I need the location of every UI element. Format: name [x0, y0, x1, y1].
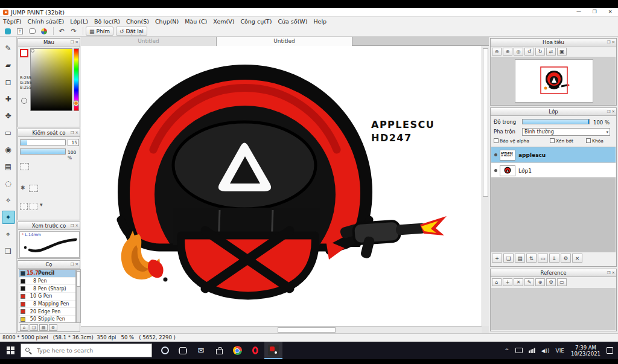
hue-indicator[interactable] [74, 101, 78, 106]
tool-fill[interactable]: ◉ [2, 143, 15, 156]
blend-mode-dropdown[interactable]: Bình thường ▾ [522, 128, 610, 136]
new-document-button[interactable] [2, 27, 13, 36]
tool-shape[interactable]: ▭ [2, 126, 15, 139]
tray-expand-button[interactable]: ^ [502, 342, 512, 359]
menu-edit[interactable]: Chỉnh sửa(E) [25, 17, 68, 26]
duplicate-layer-button[interactable]: ❏ [503, 254, 514, 263]
close-panel-icon[interactable]: ✕ [612, 39, 615, 46]
tool-eraser[interactable]: ▰ [2, 59, 15, 72]
tool-eyedropper[interactable]: ⌖ [2, 228, 15, 241]
brush-settings-button[interactable]: ⚙ [49, 324, 57, 331]
close-panel-icon[interactable]: ✕ [612, 269, 615, 277]
navigator-view[interactable] [491, 57, 616, 105]
menu-window[interactable]: Cửa sổ(W) [275, 17, 310, 26]
menu-layer[interactable]: Lớp(L) [67, 17, 91, 26]
canvas-vertical-scrollbar[interactable] [482, 46, 489, 326]
reference-settings-button[interactable]: ⚙ [546, 278, 556, 286]
dock-icon[interactable]: ❐ [71, 129, 74, 137]
menu-help[interactable]: Help [310, 17, 330, 26]
close-button[interactable]: ✕ [602, 8, 618, 16]
rotate-right-button[interactable]: ↻ [535, 48, 545, 56]
web-color-icon[interactable] [21, 98, 27, 104]
start-button[interactable] [0, 342, 21, 359]
dock-icon[interactable]: ❐ [607, 108, 611, 116]
tool-pen[interactable]: ✎ [2, 42, 15, 55]
reset-view-button[interactable]: ↺ Đặt lại [116, 27, 147, 36]
dock-icon[interactable]: ❐ [71, 261, 74, 269]
comment-button[interactable] [27, 27, 37, 36]
touch-keyboard-button[interactable] [512, 342, 526, 359]
add-layer-button[interactable]: + [492, 254, 502, 263]
foreground-color-swatch[interactable] [20, 49, 28, 57]
close-panel-icon[interactable]: ✕ [75, 261, 78, 269]
vscroll-thumb[interactable] [483, 48, 488, 197]
menu-select[interactable]: Chọn(S) [123, 17, 152, 26]
document-tab-1[interactable]: Untitled [81, 37, 217, 46]
brush-row-stipple-pen[interactable]: 50 Stipple Pen [19, 316, 75, 323]
close-panel-icon[interactable]: ✕ [75, 39, 78, 46]
flatten-layer-button[interactable]: ▭ [538, 254, 548, 263]
tool-hand[interactable]: ❑ [2, 244, 15, 258]
menu-color[interactable]: Màu (C) [182, 17, 210, 26]
tool-gradient[interactable]: ▤ [2, 160, 15, 173]
opera-button[interactable] [246, 342, 264, 359]
layer-folder-button[interactable]: ▤ [515, 254, 525, 263]
save-button[interactable]: ↑ [14, 27, 25, 36]
menu-filter[interactable]: Bộ lọc(R) [91, 17, 123, 26]
brush-row-gpen[interactable]: 10 G Pen [19, 293, 75, 301]
shortcut-keys-button[interactable]: ▦ Phím [86, 27, 113, 36]
canvas-horizontal-scrollbar[interactable] [81, 326, 482, 333]
brush-add-button[interactable]: ❏ [30, 324, 38, 331]
layer-opacity-slider[interactable] [522, 119, 590, 124]
tool-brush[interactable]: ✚ [2, 92, 15, 106]
clipping-checkbox[interactable]: Xén bớt [550, 138, 573, 144]
zoom-in-button[interactable]: ⊕ [503, 48, 512, 56]
brush-option-button[interactable] [29, 185, 38, 192]
layer-settings-button[interactable]: ⚙ [561, 254, 571, 263]
dock-icon[interactable]: ❐ [607, 269, 611, 277]
brush-row-pen-sharp[interactable]: 8 Pen (Sharp) [19, 285, 75, 293]
layer-row-lop1[interactable]: Lớp1 [491, 163, 616, 179]
tool-magnet-select[interactable]: ✧ [2, 194, 15, 207]
reference-frame-button[interactable]: ▭ [557, 278, 567, 286]
menu-view[interactable]: Xem(V) [210, 17, 237, 26]
language-indicator[interactable]: VIE [553, 342, 568, 359]
close-panel-icon[interactable]: ✕ [75, 222, 78, 230]
reference-home-button[interactable]: ⌂ [492, 278, 502, 286]
maximize-button[interactable]: ❐ [587, 8, 602, 16]
alpha-protect-checkbox[interactable]: Bảo vệ alpha [494, 138, 529, 144]
merge-down-button[interactable]: ⇓ [549, 254, 559, 263]
dock-icon[interactable]: ❐ [71, 39, 74, 46]
undo-button[interactable]: ↶ [56, 27, 67, 36]
palette-button[interactable] [39, 27, 49, 36]
tool-move[interactable]: ✥ [2, 109, 15, 123]
tool-select-pen[interactable]: ✦ [2, 211, 15, 224]
navigator-thumbnail[interactable] [515, 59, 593, 103]
brush-row-mapping-pen[interactable]: 8 Mapping Pen [19, 301, 75, 308]
menu-file[interactable]: Tệp(F) [0, 17, 25, 26]
brush-option-button[interactable] [20, 203, 28, 210]
volume-button[interactable]: ◀)) [538, 342, 553, 359]
layer-visibility-toggle[interactable] [491, 153, 500, 156]
jump-paint-taskbar-button[interactable] [264, 342, 282, 359]
zoom-out-button[interactable]: ⊖ [492, 48, 502, 56]
move-layer-button[interactable]: ⇅ [526, 254, 537, 263]
reference-remove-button[interactable]: ✕ [514, 278, 523, 286]
redo-button[interactable]: ↷ [68, 27, 79, 36]
brush-size-value[interactable]: 15 [68, 139, 79, 146]
taskbar-clock[interactable]: 7:39 AM 10/23/2021 [567, 345, 604, 357]
search-input[interactable] [21, 343, 152, 357]
document-tab-2[interactable]: Untitled [217, 37, 352, 46]
tool-marquee[interactable]: ◻ [2, 75, 15, 89]
saturation-value-picker[interactable] [30, 48, 72, 111]
brush-home-button[interactable]: ⌂ [20, 324, 28, 331]
chrome-button[interactable] [228, 342, 246, 359]
brush-option-button[interactable] [30, 203, 37, 210]
brush-opacity-slider[interactable] [20, 148, 66, 155]
brush-row-edge-pen[interactable]: 20 Edge Pen [19, 308, 75, 316]
flip-button[interactable]: ⇄ [546, 48, 556, 56]
close-panel-icon[interactable]: ✕ [75, 129, 78, 137]
brush-option-button[interactable] [20, 163, 29, 170]
close-panel-icon[interactable]: ✕ [612, 108, 615, 116]
brush-size-slider[interactable] [20, 139, 66, 145]
